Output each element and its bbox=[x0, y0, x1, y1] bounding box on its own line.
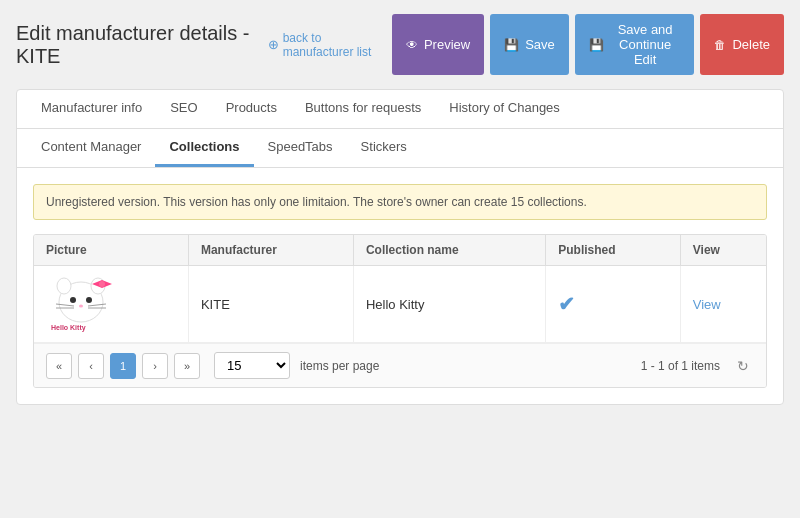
svg-point-5 bbox=[79, 305, 83, 308]
tab-manufacturer-info[interactable]: Manufacturer info bbox=[27, 90, 156, 128]
pagination-row: « ‹ 1 › » 15 25 50 100 items per page 1 … bbox=[34, 343, 766, 387]
col-picture: Picture bbox=[34, 235, 188, 266]
delete-button[interactable]: 🗑 Delete bbox=[700, 14, 784, 75]
tab-speedtabs[interactable]: SpeedTabs bbox=[254, 129, 347, 167]
col-manufacturer: Manufacturer bbox=[188, 235, 353, 266]
save-button[interactable]: 💾 Save bbox=[490, 14, 569, 75]
table-header-row: Picture Manufacturer Collection name Pub… bbox=[34, 235, 766, 266]
items-per-page-label: items per page bbox=[300, 359, 379, 373]
page-1-button[interactable]: 1 bbox=[110, 353, 136, 379]
first-page-button[interactable]: « bbox=[46, 353, 72, 379]
header-buttons: 👁 Preview 💾 Save 💾 Save and Continue Edi… bbox=[392, 14, 784, 75]
next-page-button[interactable]: › bbox=[142, 353, 168, 379]
col-published: Published bbox=[546, 235, 681, 266]
save-icon: 💾 bbox=[504, 38, 519, 52]
eye-icon: 👁 bbox=[406, 38, 418, 52]
last-page-button[interactable]: » bbox=[174, 353, 200, 379]
col-collection-name: Collection name bbox=[353, 235, 545, 266]
published-checkmark: ✔ bbox=[558, 293, 575, 315]
tab-products[interactable]: Products bbox=[212, 90, 291, 128]
cell-published: ✔ bbox=[546, 266, 681, 343]
save-continue-icon: 💾 bbox=[589, 38, 604, 52]
table-row: Hello Kitty KITE Hello Kitty bbox=[34, 266, 766, 343]
tabs-row-1: Manufacturer info SEO Products Buttons f… bbox=[17, 90, 783, 129]
main-card: Manufacturer info SEO Products Buttons f… bbox=[16, 89, 784, 405]
svg-point-1 bbox=[57, 278, 71, 294]
cell-collection-name: Hello Kitty bbox=[353, 266, 545, 343]
svg-point-12 bbox=[99, 281, 105, 287]
items-per-page-select[interactable]: 15 25 50 100 bbox=[214, 352, 290, 379]
globe-icon: ⊕ bbox=[268, 37, 279, 52]
info-banner: Unregistered version. This version has o… bbox=[33, 184, 767, 220]
prev-page-button[interactable]: ‹ bbox=[78, 353, 104, 379]
back-to-list-link[interactable]: ⊕ back to manufacturer list bbox=[268, 31, 392, 59]
save-continue-button[interactable]: 💾 Save and Continue Edit bbox=[575, 14, 695, 75]
cell-picture: Hello Kitty bbox=[34, 266, 188, 343]
svg-text:Hello Kitty: Hello Kitty bbox=[51, 324, 86, 332]
back-link-text: back to manufacturer list bbox=[283, 31, 392, 59]
tab-seo[interactable]: SEO bbox=[156, 90, 211, 128]
tabs-row-2: Content Manager Collections SpeedTabs St… bbox=[17, 129, 783, 168]
items-count: 1 - 1 of 1 items bbox=[641, 359, 720, 373]
cell-view: View bbox=[680, 266, 766, 343]
collections-table-wrapper: Picture Manufacturer Collection name Pub… bbox=[33, 234, 767, 388]
preview-button[interactable]: 👁 Preview bbox=[392, 14, 484, 75]
hello-kitty-svg: Hello Kitty bbox=[46, 274, 116, 334]
tab-collections[interactable]: Collections bbox=[155, 129, 253, 167]
page-title: Edit manufacturer details - KITE bbox=[16, 22, 258, 68]
cell-manufacturer: KITE bbox=[188, 266, 353, 343]
view-link[interactable]: View bbox=[693, 297, 721, 312]
tab-history-of-changes[interactable]: History of Changes bbox=[435, 90, 574, 128]
svg-point-4 bbox=[86, 297, 92, 303]
content-area: Unregistered version. This version has o… bbox=[17, 168, 783, 404]
col-view: View bbox=[680, 235, 766, 266]
tab-stickers[interactable]: Stickers bbox=[347, 129, 421, 167]
tab-content-manager[interactable]: Content Manager bbox=[27, 129, 155, 167]
trash-icon: 🗑 bbox=[714, 38, 726, 52]
tab-buttons-for-requests[interactable]: Buttons for requests bbox=[291, 90, 435, 128]
collections-table: Picture Manufacturer Collection name Pub… bbox=[34, 235, 766, 343]
refresh-button[interactable]: ↻ bbox=[732, 355, 754, 377]
hello-kitty-image: Hello Kitty bbox=[46, 274, 116, 334]
svg-point-3 bbox=[70, 297, 76, 303]
